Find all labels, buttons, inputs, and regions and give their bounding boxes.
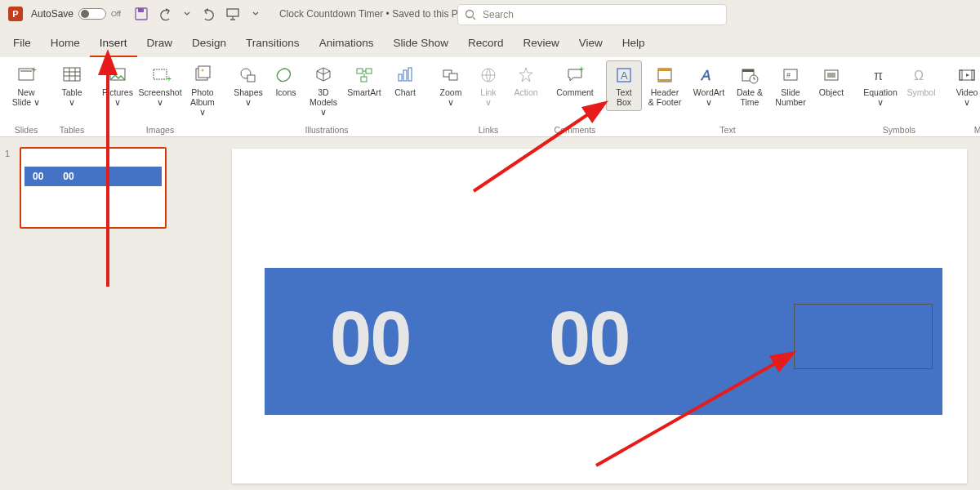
slide-canvas[interactable]: 00 00	[232, 149, 967, 483]
undo-dropdown[interactable]	[178, 5, 196, 23]
save-button[interactable]	[132, 5, 150, 23]
svg-text:+: +	[32, 65, 37, 74]
icons-button[interactable]: Icons	[268, 60, 304, 101]
svg-rect-21	[247, 75, 255, 82]
qat-dropdown[interactable]	[247, 5, 265, 23]
tab-file[interactable]: File	[3, 30, 41, 57]
chart-button[interactable]: Chart	[387, 60, 423, 101]
shapes-icon	[238, 65, 259, 86]
tab-animations[interactable]: Animations	[310, 30, 384, 57]
present-button[interactable]	[224, 5, 242, 23]
tab-record[interactable]: Record	[458, 30, 514, 57]
svg-text:π: π	[874, 69, 883, 82]
wordart-icon: A	[698, 65, 719, 86]
autosave-state: Off	[111, 10, 121, 18]
symbol-icon: Ω	[911, 65, 932, 86]
group-tables: Table ∨ Tables	[51, 57, 93, 136]
autosave-toggle[interactable]: AutoSave Off	[31, 8, 121, 20]
header-footer-icon	[654, 65, 675, 86]
icons-icon	[275, 65, 296, 86]
tab-view[interactable]: View	[569, 30, 612, 57]
comment-button[interactable]: +Comment	[554, 60, 596, 101]
svg-text:+: +	[167, 74, 172, 83]
group-text: AText Box Header & Footer AWordArt ∨ Dat…	[603, 57, 853, 136]
smartart-icon	[354, 65, 375, 86]
search-box[interactable]: Search	[457, 4, 727, 25]
shapes-button[interactable]: Shapes ∨	[230, 60, 266, 111]
thumbnail-blue-bar: 00 00	[24, 167, 162, 186]
group-symbols: πEquation ∨ ΩSymbol Symbols	[856, 57, 942, 136]
svg-text:A: A	[701, 68, 710, 83]
tab-insert[interactable]: Insert	[90, 30, 137, 57]
slide-thumbnail-1[interactable]: 00 00	[20, 147, 167, 229]
table-icon	[61, 65, 82, 86]
workspace: 1 00 00 00 00	[0, 137, 980, 490]
link-icon	[478, 65, 499, 86]
svg-point-3	[466, 11, 474, 18]
svg-rect-6	[20, 70, 32, 72]
zoom-icon	[440, 65, 461, 86]
redo-button[interactable]	[201, 5, 219, 23]
tab-review[interactable]: Review	[514, 30, 569, 57]
timer-digits-2[interactable]: 00	[549, 296, 629, 381]
text-box-icon: A	[613, 65, 635, 86]
svg-text:+: +	[579, 65, 584, 74]
equation-button[interactable]: πEquation ∨	[859, 60, 902, 111]
equation-icon: π	[870, 65, 891, 86]
svg-rect-8	[64, 68, 80, 81]
new-slide-icon: +	[16, 65, 37, 86]
group-comments: +Comment Comments	[550, 57, 599, 136]
slide-canvas-area[interactable]: 00 00	[199, 137, 980, 490]
svg-rect-48	[960, 70, 962, 80]
3d-models-button[interactable]: 3D Models ∨	[305, 60, 341, 121]
tab-slide-show[interactable]: Slide Show	[383, 30, 458, 57]
header-footer-button[interactable]: Header & Footer	[644, 60, 686, 111]
ribbon: + New Slide ∨ Slides Table ∨ Tables Pict…	[0, 57, 980, 137]
photo-album-icon	[192, 65, 213, 86]
photo-album-button[interactable]: Photo Album ∨	[185, 60, 220, 121]
tab-help[interactable]: Help	[612, 30, 655, 57]
thumbnail-number: 1	[5, 147, 20, 229]
table-button[interactable]: Table ∨	[54, 60, 90, 111]
svg-rect-24	[361, 77, 367, 82]
timer-digits-1[interactable]: 00	[330, 296, 410, 381]
new-text-box[interactable]	[794, 304, 933, 369]
undo-button[interactable]	[155, 5, 173, 23]
pictures-button[interactable]: Pictures ∨	[100, 60, 136, 111]
smartart-button[interactable]: SmartArt	[343, 60, 385, 101]
svg-rect-25	[399, 74, 402, 81]
toggle-switch-icon[interactable]	[78, 8, 106, 20]
tab-transitions[interactable]: Transitions	[236, 30, 310, 57]
tab-draw[interactable]: Draw	[137, 30, 183, 57]
svg-point-19	[202, 69, 204, 72]
svg-line-4	[473, 17, 475, 20]
document-title[interactable]: Clock Countdown Timer • Saved to this PC…	[279, 8, 475, 20]
comment-icon: +	[564, 65, 586, 86]
object-button[interactable]: Object	[813, 60, 849, 101]
date-time-icon	[739, 65, 760, 86]
slide-number-icon: #	[780, 65, 801, 86]
group-links: Zoom ∨ Link ∨ Action Links	[430, 57, 547, 136]
svg-rect-44	[827, 73, 835, 78]
svg-rect-27	[408, 68, 412, 81]
wordart-button[interactable]: AWordArt ∨	[688, 60, 730, 111]
svg-rect-26	[403, 70, 407, 81]
group-illustrations: Shapes ∨ Icons 3D Models ∨ SmartArt Char…	[227, 57, 426, 136]
title-bar: P AutoSave Off Clock Countdown Timer • S…	[0, 0, 980, 28]
symbol-button: ΩSymbol	[903, 60, 939, 101]
new-slide-button[interactable]: + New Slide ∨	[8, 60, 44, 111]
tab-design[interactable]: Design	[182, 30, 236, 57]
slide-number-button[interactable]: #Slide Number	[769, 60, 812, 111]
svg-rect-1	[138, 8, 144, 12]
svg-rect-23	[366, 69, 372, 74]
screenshot-button[interactable]: +Screenshot ∨	[137, 60, 183, 111]
zoom-button[interactable]: Zoom ∨	[433, 60, 469, 111]
object-icon	[821, 65, 842, 86]
date-time-button[interactable]: Date & Time	[732, 60, 768, 111]
search-placeholder: Search	[483, 9, 514, 20]
text-box-button[interactable]: AText Box	[606, 60, 642, 111]
video-button[interactable]: Video ∨	[949, 60, 980, 111]
action-button: Action	[508, 60, 544, 101]
app-icon: P	[8, 7, 23, 21]
tab-home[interactable]: Home	[41, 30, 90, 57]
